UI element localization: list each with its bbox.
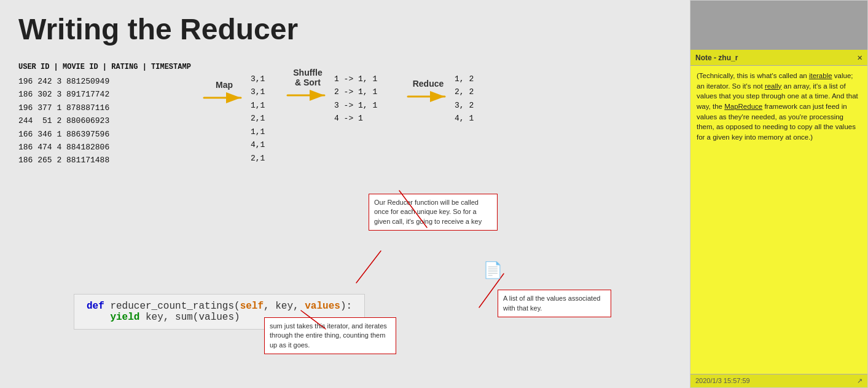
shuffle-arrow-block: Shuffle& Sort — [286, 68, 329, 102]
code-values-param: values — [305, 301, 340, 312]
note-footer: 2020/1/3 15:57:59 ↗ — [690, 374, 867, 387]
note-timestamp: 2020/1/3 15:57:59 — [695, 377, 750, 385]
reduce-row: 2, 2 — [455, 85, 498, 98]
shuffle-output: 1 -> 1, 1 2 -> 1, 1 3 -> 1, 1 4 -> 1 — [334, 73, 402, 125]
note-title: Note - zhu_r — [695, 53, 738, 62]
shuffle-row: 1 -> 1, 1 — [334, 73, 402, 85]
note-resize-icon[interactable]: ↗ — [857, 377, 862, 385]
close-icon[interactable]: ✕ — [858, 52, 862, 63]
annotation-box-3: sum just takes this iterator, and iterat… — [264, 317, 396, 354]
input-row: 196 242 3 881250949 — [18, 75, 197, 88]
map-row: 1,1 — [251, 99, 281, 112]
annotation-text-2: A list of all the values associated with… — [503, 295, 600, 311]
input-row: 186 302 3 891717742 — [18, 88, 197, 101]
map-row: 3,1 — [251, 73, 281, 85]
map-row: 2,1 — [251, 112, 281, 125]
annotation-text-3: sum just takes this iterator, and iterat… — [270, 322, 387, 349]
code-yield-body: key, sum(values) — [146, 312, 240, 323]
code-fn-params: , key, — [264, 301, 305, 312]
page-title: Writing the Reducer — [18, 12, 671, 46]
code-self-param: self — [240, 301, 264, 312]
note-header: Note - zhu_r ✕ — [690, 50, 867, 66]
input-header: USER ID | MOVIE ID | RATING | TIMESTAMP — [18, 61, 197, 74]
map-row: 4,1 — [251, 138, 281, 151]
annotation-text-1: Our Reducer function will be called once… — [374, 199, 482, 225]
annotation-box-2: A list of all the values associated with… — [498, 290, 611, 317]
shuffle-row: 3 -> 1, 1 — [334, 99, 402, 112]
reduce-output: 1, 2 2, 2 3, 2 4, 1 — [455, 73, 498, 125]
map-arrow-block: Map — [203, 80, 246, 105]
note-document-icon: 📄 — [483, 261, 502, 280]
note-body: (Technically, this is what's called an i… — [690, 66, 867, 374]
data-flow-section: USER ID | MOVIE ID | RATING | TIMESTAMP … — [18, 61, 671, 167]
input-row: 186 474 4 884182806 — [18, 141, 197, 154]
map-row: 1,1 — [251, 125, 281, 138]
input-row: 196 377 1 878887116 — [18, 101, 197, 114]
note-panel: Note - zhu_r ✕ (Technically, this is wha… — [690, 0, 868, 388]
note-panel-top — [690, 1, 867, 50]
code-fn-end: ): — [340, 301, 352, 312]
shuffle-label: Shuffle& Sort — [293, 68, 322, 87]
shuffle-arrow-icon — [286, 89, 329, 102]
map-row: 3,1 — [251, 85, 281, 98]
note-underline-iterable: iterable — [809, 72, 832, 79]
reduce-label: Reduce — [413, 79, 444, 89]
reduce-arrow-icon — [407, 90, 450, 103]
code-def-keyword: def — [87, 301, 110, 312]
code-yield-keyword: yield — [110, 312, 146, 323]
note-underline-really: really — [765, 82, 781, 90]
annotation-box-1: Our Reducer function will be called once… — [369, 194, 498, 231]
shuffle-row: 4 -> 1 — [334, 112, 402, 125]
note-underline-mapreduce: MapReduce — [724, 103, 762, 110]
reduce-row: 4, 1 — [455, 112, 498, 125]
code-line-1: def reducer_count_ratings(self, key, val… — [87, 301, 352, 312]
main-content: Writing the Reducer USER ID | MOVIE ID |… — [0, 0, 690, 388]
reduce-row: 1, 2 — [455, 73, 498, 85]
input-data: USER ID | MOVIE ID | RATING | TIMESTAMP … — [18, 61, 197, 167]
map-row: 2,1 — [251, 152, 281, 165]
shuffle-row: 2 -> 1, 1 — [334, 85, 402, 98]
svg-line-9 — [356, 251, 381, 283]
input-row: 244 51 2 880606923 — [18, 114, 197, 127]
map-output: 3,1 3,1 1,1 2,1 1,1 4,1 2,1 — [251, 73, 281, 165]
input-row: 186 265 2 881171488 — [18, 154, 197, 167]
reduce-arrow-block: Reduce — [407, 79, 450, 103]
map-label: Map — [216, 80, 233, 90]
reduce-row: 3, 2 — [455, 99, 498, 112]
input-row: 166 346 1 886397596 — [18, 128, 197, 141]
map-arrow-icon — [203, 91, 246, 105]
code-function-name: reducer_count_ratings( — [110, 301, 240, 312]
